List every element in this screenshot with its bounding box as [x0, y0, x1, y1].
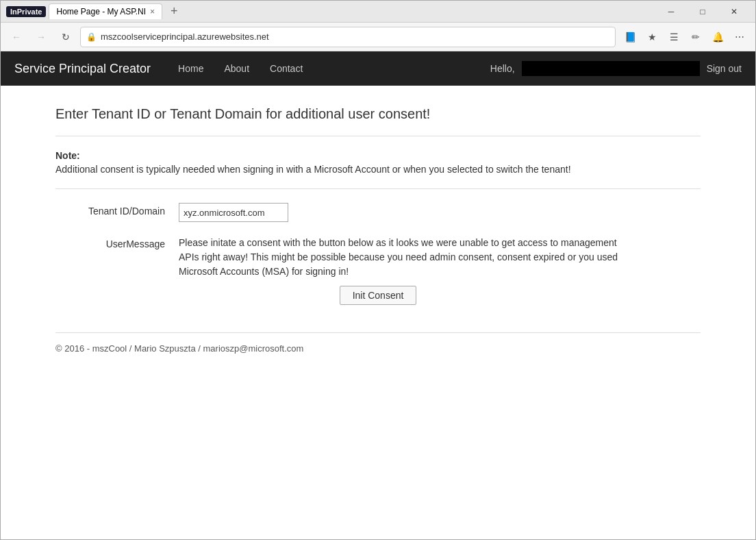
address-bar: ← → ↻ 🔒 mszcoolserviceprincipal.azureweb… [1, 23, 755, 51]
hub-icon[interactable]: ☰ [664, 27, 684, 47]
address-input-wrap[interactable]: 🔒 mszcoolserviceprincipal.azurewebsites.… [80, 27, 616, 47]
notes-icon[interactable]: ✏ [685, 27, 706, 47]
forward-button[interactable]: → [31, 27, 51, 47]
close-button[interactable]: ✕ [718, 1, 750, 23]
reading-view-icon[interactable]: 📘 [620, 27, 640, 47]
hello-text: Hello, [490, 63, 515, 74]
tab-strip: InPrivate Home Page - My ASP.NI × + [6, 3, 184, 19]
page-footer: © 2016 - mszCool / Mario Szpuszta / mari… [55, 332, 701, 354]
footer-text: © 2016 - mszCool / Mario Szpuszta / mari… [55, 343, 303, 354]
user-name-redacted [522, 61, 700, 76]
more-icon[interactable]: ⋯ [729, 27, 750, 47]
user-message-value: Please initate a consent with the button… [179, 236, 694, 279]
title-bar: InPrivate Home Page - My ASP.NI × + ─ □ … [1, 1, 755, 23]
minimize-button[interactable]: ─ [655, 1, 687, 23]
new-tab-button[interactable]: + [165, 4, 184, 19]
note-text: Additional consent is typically needed w… [55, 164, 701, 175]
page-title: Enter Tenant ID or Tenant Domain for add… [55, 106, 701, 122]
nav-contact[interactable]: Contact [270, 63, 303, 74]
tenant-label: Tenant ID/Domain [62, 203, 165, 217]
main-container: Enter Tenant ID or Tenant Domain for add… [1, 86, 755, 374]
lock-icon: 🔒 [86, 32, 97, 42]
top-divider [55, 136, 701, 136]
favorites-icon[interactable]: ★ [642, 27, 662, 47]
button-row: Init Consent [55, 286, 701, 305]
page-content: Service Principal Creator Home About Con… [1, 51, 755, 539]
app-brand: Service Principal Creator [14, 62, 151, 76]
init-consent-button[interactable]: Init Consent [340, 286, 417, 305]
window-controls: ─ □ ✕ [655, 1, 750, 23]
refresh-button[interactable]: ↻ [55, 27, 76, 47]
app-navbar: Service Principal Creator Home About Con… [1, 51, 755, 86]
tenant-input[interactable] [179, 203, 288, 222]
address-text: mszcoolserviceprincipal.azurewebsites.ne… [101, 32, 609, 42]
tab-close-icon[interactable]: × [150, 7, 155, 16]
nav-home[interactable]: Home [178, 63, 203, 74]
inprivate-badge: InPrivate [6, 6, 46, 17]
middle-divider [55, 188, 701, 189]
nav-right: Hello, Sign out [490, 61, 742, 76]
tenant-value [179, 203, 694, 222]
form-section: Tenant ID/Domain UserMessage Please init… [55, 203, 701, 279]
restore-button[interactable]: □ [687, 1, 718, 23]
nav-about[interactable]: About [224, 63, 249, 74]
tenant-row: Tenant ID/Domain [62, 203, 694, 222]
note-label: Note: [55, 150, 701, 161]
active-tab[interactable]: Home Page - My ASP.NI × [49, 3, 162, 19]
back-button[interactable]: ← [6, 27, 27, 47]
toolbar-icons: 📘 ★ ☰ ✏ 🔔 ⋯ [620, 27, 750, 47]
tab-title: Home Page - My ASP.NI [56, 7, 146, 16]
user-message-text: Please initate a consent with the button… [179, 236, 624, 279]
user-message-label: UserMessage [62, 236, 165, 249]
notifications-icon[interactable]: 🔔 [707, 27, 728, 47]
user-message-row: UserMessage Please initate a consent wit… [62, 236, 694, 279]
sign-out-button[interactable]: Sign out [707, 63, 742, 74]
